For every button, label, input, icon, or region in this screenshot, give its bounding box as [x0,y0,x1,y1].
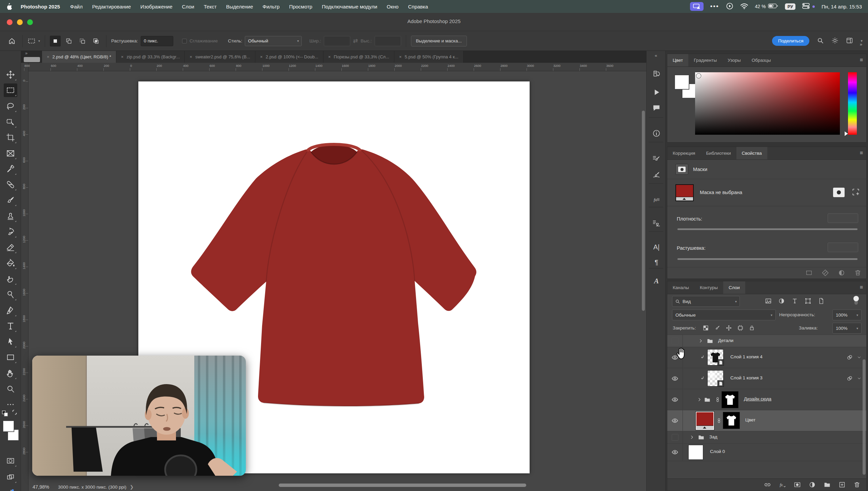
home-icon[interactable] [6,35,18,47]
input-source-badge[interactable]: РУ [785,3,795,10]
panel-menu-icon[interactable]: ≡ [860,284,863,290]
height-input[interactable] [375,36,401,46]
filter-adjustment-icon[interactable] [778,298,785,306]
wifi-icon[interactable] [740,3,748,10]
close-tab-icon[interactable]: × [328,54,331,59]
layer-visibility-eye-icon[interactable] [667,368,683,389]
close-tab-icon[interactable]: × [121,54,124,59]
vertical-scrollbar[interactable] [642,111,645,311]
selection-from-mask-icon[interactable] [805,269,813,278]
layer-filter-toggle[interactable] [853,296,859,305]
lock-all-icon[interactable] [749,325,755,333]
clipping-mask-arrow-icon[interactable] [700,376,705,381]
layer-name[interactable]: Детали [718,338,733,343]
menu-item-0[interactable]: Файл [70,4,83,10]
layer-styles-icon[interactable]: fx [650,193,663,206]
lock-artboard-icon[interactable] [737,325,744,333]
rectangle-tool[interactable] [4,351,17,364]
new-layer-icon[interactable] [839,481,846,488]
fill-select[interactable]: 100%▾ [832,323,862,334]
tab-Образцы[interactable]: Образцы [746,54,776,67]
layer-row-Зад[interactable]: Зад [667,431,866,443]
feather-input[interactable]: 0 пикс. [141,36,173,46]
path-selection-tool[interactable] [4,335,17,348]
filter-type-icon[interactable] [791,298,798,306]
foreground-color-swatch[interactable] [3,421,14,432]
comments-icon[interactable] [650,102,663,114]
menu-item-9[interactable]: Окно [387,4,399,10]
type-tool[interactable] [4,319,17,333]
default-colors-icon[interactable] [1,409,9,418]
eraser-tool[interactable] [4,241,17,254]
menu-item-6[interactable]: Фильтр [262,4,279,10]
close-tab-icon[interactable]: × [260,54,263,59]
layer-thumbnail[interactable] [688,445,703,460]
layer-name[interactable]: Цвет [745,417,755,422]
group-expand-icon[interactable] [697,397,702,402]
zoom-level[interactable]: 47,98% [33,484,49,490]
collapse-effects-icon[interactable] [857,376,861,380]
density-slider[interactable] [677,228,857,230]
status-chevron-icon[interactable]: ❯ [130,484,134,490]
layer-visibility-eye-icon[interactable] [667,410,683,431]
discover-icon[interactable] [831,37,839,45]
dodge-tool[interactable] [4,288,17,301]
link-layers-icon[interactable] [764,481,771,488]
tab-Цвет[interactable]: Цвет [667,54,688,67]
menu-item-2[interactable]: Изображение [140,4,173,10]
delete-mask-icon[interactable] [854,269,862,278]
density-value-box[interactable] [828,213,858,223]
tab-Контуры[interactable]: Контуры [694,281,723,294]
filter-image-icon[interactable] [765,298,772,306]
history-brush-tool[interactable] [4,225,17,239]
layer-filter-select[interactable]: Вид ▾ [672,296,740,307]
feather-value-box[interactable] [828,243,858,252]
lock-move-icon[interactable] [726,325,732,333]
folder-icon[interactable] [707,338,713,344]
add-mask-icon[interactable] [794,481,801,488]
panel-menu-icon[interactable]: ≡ [860,57,863,63]
history-icon[interactable] [650,68,663,80]
opacity-select[interactable]: 100%▾ [832,309,862,320]
group-expand-icon[interactable] [690,435,694,439]
layer-visibility-empty[interactable] [672,338,678,344]
hue-slider-pointer[interactable] [845,131,848,136]
menubar-clock[interactable]: Пн, 14 апр. 15:53 [822,4,862,10]
tab-Градиенты[interactable]: Градиенты [688,54,722,67]
style-select[interactable]: Обычный▾ [245,36,302,46]
new-group-icon[interactable] [824,481,831,488]
collapse-panels-icon[interactable]: » [860,42,862,47]
smoothing-checkbox[interactable] [182,39,187,43]
smudge-tool[interactable] [4,272,17,286]
select-mask-icon[interactable] [833,188,845,197]
filter-shape-icon[interactable] [805,298,811,306]
tab-Узоры[interactable]: Узоры [722,54,746,67]
invert-mask-icon[interactable] [822,269,829,278]
current-tool-preview[interactable]: ▾ [27,37,40,45]
quick-mask[interactable] [4,454,17,468]
smart-filters-icon[interactable] [846,354,853,361]
screen-mirroring-icon[interactable] [690,2,704,11]
mask-preview-icon[interactable] [838,269,845,278]
swap-colors-icon[interactable] [10,408,19,417]
tab-Свойства[interactable]: Свойства [736,147,767,159]
tool-presets-icon[interactable] [650,217,663,229]
new-selection-mode-icon[interactable] [50,36,61,46]
layer-mask-thumbnail[interactable] [723,412,740,429]
brush-tool[interactable] [4,193,17,207]
layer-name[interactable]: Зад [709,434,717,439]
apple-menu-icon[interactable] [6,3,12,10]
layer-row-Слой 1 копия 4[interactable]: Слой 1 копия 4 [667,347,866,368]
menu-item-7[interactable]: Просмотр [289,4,313,10]
menubar-app-name[interactable]: Photoshop 2025 [21,4,60,10]
layer-thumbnail[interactable] [707,349,724,365]
layer-effects-icon[interactable]: fx [779,481,786,488]
close-tab-icon[interactable]: × [399,54,402,59]
hand-tool[interactable] [4,366,17,380]
rotate-view[interactable] [4,486,17,491]
screen-mode[interactable] [4,470,17,484]
close-tab-icon[interactable]: × [190,54,192,59]
group-expand-icon[interactable] [698,339,703,343]
document-tab-5[interactable]: ×5.psd @ 50% (Группа 4 к... [394,51,463,63]
tab-Слои[interactable]: Слои [723,281,745,294]
